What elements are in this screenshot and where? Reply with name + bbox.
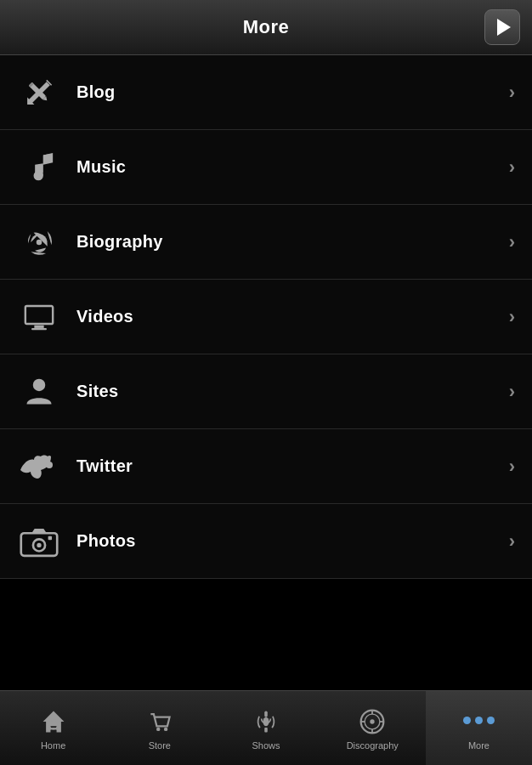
- menu-item-videos[interactable]: Videos ›: [0, 280, 532, 354]
- monitor-icon: [17, 295, 61, 339]
- menu-item-blog[interactable]: Blog ›: [0, 55, 532, 130]
- svg-point-3: [37, 239, 42, 244]
- tab-shows[interactable]: Shows: [212, 691, 319, 765]
- svg-point-15: [164, 727, 167, 730]
- dot-3: [487, 717, 495, 724]
- menu-item-music-label: Music: [76, 157, 501, 177]
- dot-1: [463, 717, 471, 724]
- svg-point-21: [371, 719, 375, 723]
- menu-item-photos[interactable]: Photos ›: [0, 504, 532, 579]
- menu-item-sites-label: Sites: [76, 382, 501, 401]
- svg-point-8: [46, 462, 53, 468]
- home-tab-icon: [38, 706, 69, 737]
- menu-item-twitter-label: Twitter: [76, 456, 501, 476]
- menu-item-photos-label: Photos: [76, 531, 501, 551]
- tab-store[interactable]: Store: [106, 691, 212, 765]
- pencil-icon: [17, 71, 61, 115]
- tab-home[interactable]: Home: [0, 691, 106, 765]
- menu-list: Blog › Music ›: [0, 55, 532, 579]
- header-title: More: [243, 16, 290, 38]
- chevron-icon: ›: [509, 156, 515, 178]
- tab-store-label: Store: [149, 740, 171, 751]
- svg-point-7: [33, 378, 46, 391]
- chevron-icon: ›: [509, 456, 515, 478]
- play-button[interactable]: [484, 9, 520, 45]
- tab-home-label: Home: [41, 740, 65, 751]
- more-tab-icon: [463, 706, 494, 737]
- menu-item-sites[interactable]: Sites ›: [0, 354, 532, 429]
- camera-icon: [17, 519, 61, 564]
- tab-bar: Home Store Shows: [0, 690, 532, 765]
- chevron-icon: ›: [509, 82, 515, 104]
- tab-discography-label: Discography: [347, 740, 399, 751]
- svg-point-11: [37, 542, 41, 547]
- bird-icon: [17, 445, 61, 489]
- disc-tab-icon: [357, 706, 388, 737]
- menu-item-biography[interactable]: Biography ›: [0, 205, 532, 280]
- shows-tab-icon: [251, 706, 281, 737]
- music-icon: [17, 145, 61, 190]
- tab-more-label: More: [468, 740, 490, 751]
- svg-rect-16: [264, 711, 268, 717]
- svg-rect-4: [25, 306, 53, 324]
- menu-list-container: Blog › Music ›: [0, 55, 532, 690]
- menu-item-biography-label: Biography: [76, 232, 501, 252]
- person-icon: [17, 370, 61, 414]
- tab-discography[interactable]: Discography: [320, 691, 426, 765]
- svg-rect-12: [48, 536, 52, 539]
- fingerprint-icon: [17, 220, 61, 264]
- svg-rect-5: [34, 325, 43, 327]
- svg-point-17: [263, 717, 269, 726]
- svg-point-14: [156, 727, 160, 730]
- svg-rect-18: [264, 728, 268, 732]
- menu-item-blog-label: Blog: [76, 82, 501, 102]
- chevron-icon: ›: [509, 381, 515, 403]
- menu-item-videos-label: Videos: [76, 307, 501, 326]
- chevron-icon: ›: [509, 231, 515, 253]
- menu-item-music[interactable]: Music ›: [0, 130, 532, 205]
- svg-rect-6: [31, 327, 47, 329]
- tab-shows-label: Shows: [252, 740, 280, 751]
- dot-2: [475, 717, 483, 724]
- header: More: [0, 0, 532, 55]
- store-tab-icon: [144, 706, 175, 737]
- tab-more[interactable]: More: [426, 691, 532, 765]
- menu-item-twitter[interactable]: Twitter ›: [0, 429, 532, 504]
- chevron-icon: ›: [509, 306, 515, 328]
- chevron-icon: ›: [509, 530, 515, 552]
